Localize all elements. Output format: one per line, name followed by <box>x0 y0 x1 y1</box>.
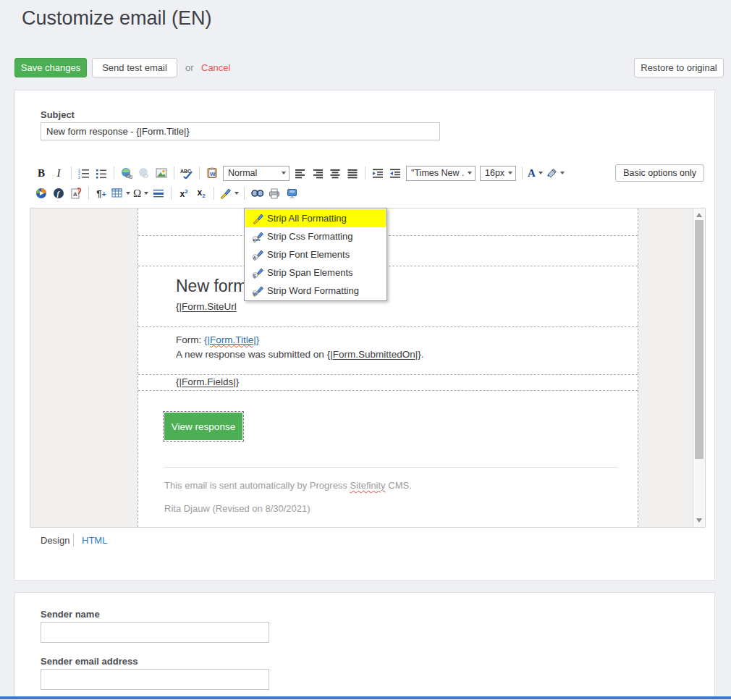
scrollbar-thumb[interactable] <box>695 220 703 459</box>
save-changes-button[interactable]: Save changes <box>14 58 87 77</box>
rich-text-editor: B I 123 ABC W Normal "Times New ... 16px <box>30 163 706 203</box>
toolbar-separator <box>88 187 89 200</box>
email-row-spacer <box>138 208 638 236</box>
window-bottom-edge <box>0 696 731 699</box>
sender-email-input[interactable] <box>41 669 269 690</box>
strip-brush-icon: W <box>248 285 267 297</box>
email-row-footer: View response This email is sent automat… <box>138 413 638 528</box>
cancel-link[interactable]: Cancel <box>201 62 230 73</box>
svg-text:A: A <box>253 255 256 259</box>
toolbar-separator <box>171 187 172 200</box>
email-template-table: New form {|Form.SiteUrl Form: {|Form.Tit… <box>138 208 638 527</box>
strip-menu-item-label: Strip All Formatting <box>267 213 347 224</box>
strip-brush-icon: css <box>248 231 267 243</box>
ordered-list-icon[interactable]: 123 <box>76 165 92 181</box>
bullet-list-icon[interactable] <box>93 165 109 181</box>
italic-icon[interactable]: I <box>51 165 67 181</box>
tab-html[interactable]: HTML <box>82 535 107 546</box>
strip-menu-item[interactable]: S Strip Span Elements <box>245 263 386 282</box>
svg-text:W: W <box>253 291 257 295</box>
toolbar-separator <box>71 166 72 180</box>
chevron-down-icon <box>468 172 472 174</box>
view-response-button[interactable]: View response <box>164 413 242 440</box>
restore-to-original-button[interactable]: Restore to original <box>634 58 724 77</box>
align-left-icon[interactable] <box>292 165 308 181</box>
chevron-down-icon <box>126 192 130 195</box>
tab-divider <box>73 534 74 547</box>
strip-formatting-menu: Strip All Formatting css Strip Css Forma… <box>244 208 387 301</box>
email-submitted-line: A new response was submitted on {|Form.S… <box>176 347 638 362</box>
subscript-icon[interactable]: x2 <box>193 185 209 201</box>
remove-link-icon[interactable] <box>136 165 152 181</box>
sender-name-label: Sender name <box>41 609 100 620</box>
insert-flash-icon[interactable]: f <box>51 185 67 201</box>
insert-image-icon[interactable] <box>153 165 169 181</box>
insert-table-icon[interactable] <box>111 185 131 201</box>
svg-text:3: 3 <box>78 175 80 179</box>
insert-symbol-icon[interactable]: Ω <box>132 185 149 201</box>
sender-name-input[interactable] <box>41 622 269 643</box>
svg-text:W: W <box>210 171 216 177</box>
toolbar-separator <box>244 187 245 200</box>
insert-paragraph-icon[interactable]: ¶+ <box>93 185 109 201</box>
insert-link-icon[interactable] <box>119 165 135 181</box>
chevron-down-icon <box>538 172 543 174</box>
format-code-block-icon[interactable] <box>284 185 300 201</box>
basic-options-only-button[interactable]: Basic options only <box>615 164 704 182</box>
svg-text:A: A <box>73 191 77 198</box>
email-row-form-info: Form: {|Form.Title|} A new response was … <box>138 327 638 375</box>
justify-icon[interactable] <box>345 165 360 181</box>
align-center-icon[interactable] <box>327 165 343 181</box>
bold-icon[interactable]: B <box>33 165 49 181</box>
font-size-select[interactable]: 16px <box>480 166 516 181</box>
strip-menu-item[interactable]: W Strip Word Formatting <box>245 282 386 300</box>
paste-from-word-icon[interactable]: W <box>204 165 220 181</box>
strip-menu-item[interactable]: Strip All Formatting <box>245 209 386 227</box>
form-title-token[interactable]: {|Form.Title|} <box>204 334 259 345</box>
strip-menu-item-label: Strip Font Elements <box>267 249 350 260</box>
email-row-header <box>138 236 638 266</box>
superscript-icon[interactable]: x2 <box>176 185 192 201</box>
toolbar-separator <box>199 166 200 180</box>
subject-input[interactable] <box>41 122 440 140</box>
toolbar-row-1: B I 123 ABC W Normal "Times New ... 16px <box>30 163 706 183</box>
insert-media-icon[interactable] <box>33 185 49 201</box>
email-footer-line-2: Rita Djauw (Revised on 8/30/2021) <box>164 503 638 514</box>
paragraph-style-select[interactable]: Normal <box>223 166 290 181</box>
tab-design[interactable]: Design <box>41 535 69 546</box>
send-test-email-button[interactable]: Send test email <box>92 58 177 77</box>
toolbar-separator <box>365 166 366 180</box>
email-form-line: Form: {|Form.Title|} <box>176 333 638 347</box>
strip-menu-item-label: Strip Css Formatting <box>267 231 352 242</box>
align-right-icon[interactable] <box>310 165 326 181</box>
chevron-down-icon <box>560 172 565 174</box>
strip-brush-icon: S <box>248 267 267 279</box>
strip-menu-item[interactable]: css Strip Css Formatting <box>245 227 386 245</box>
insert-document-icon[interactable]: A <box>68 185 84 201</box>
outdent-icon[interactable] <box>387 165 403 181</box>
strip-brush-icon <box>248 213 267 224</box>
chevron-down-icon <box>234 192 239 195</box>
editor-scrollbar[interactable] <box>693 208 705 527</box>
strip-menu-item[interactable]: A Strip Font Elements <box>245 245 386 263</box>
email-siteurl-line: {|Form.SiteUrl <box>176 301 638 312</box>
sender-panel: Sender name Sender email address <box>14 592 715 699</box>
horizontal-rule-icon[interactable] <box>151 185 166 201</box>
email-editor-panel: Subject B I 123 ABC W Normal "Times <box>14 90 715 581</box>
background-color-icon[interactable] <box>545 165 565 181</box>
email-row-fields: {|Form.Fields|} <box>138 375 638 391</box>
strip-brush-icon: A <box>248 249 267 261</box>
scrollbar-down-icon[interactable] <box>696 518 702 523</box>
find-replace-icon[interactable] <box>249 185 265 201</box>
chevron-down-icon <box>144 192 148 195</box>
email-divider <box>164 467 617 468</box>
indent-icon[interactable] <box>370 165 386 181</box>
font-family-select[interactable]: "Times New ... <box>406 166 476 181</box>
strip-formatting-icon[interactable] <box>219 185 240 201</box>
toolbar-separator <box>114 166 114 180</box>
scrollbar-up-icon[interactable] <box>696 213 702 217</box>
svg-text:css: css <box>253 237 261 241</box>
font-color-icon[interactable]: A <box>527 165 544 181</box>
spellcheck-icon[interactable]: ABC <box>179 165 195 181</box>
print-icon[interactable] <box>266 185 282 201</box>
